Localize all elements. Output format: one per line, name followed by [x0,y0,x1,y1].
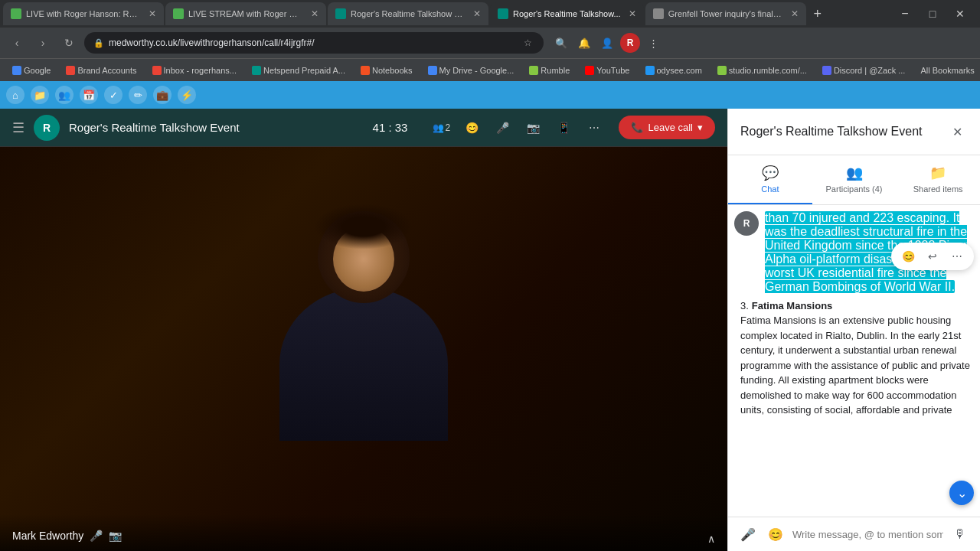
microphone-button[interactable]: 🎤 [490,116,514,140]
hamburger-menu-icon[interactable]: ☰ [12,119,24,136]
tab-1-favicon [11,8,21,19]
call-title: Roger's Realtime Talkshow Event [69,121,240,134]
notification-icon[interactable]: 🔔 [574,33,594,53]
browser-chrome: LIVE with Roger Hanson: Roge... ✕ LIVE S… [0,0,980,109]
tab-5-label: Grenfell Tower inquiry's final re... [668,9,783,18]
bookmark-drive[interactable]: My Drive - Google... [422,64,521,77]
address-bar[interactable]: 🔒 medworthy.co.uk/livewithrogerhanson/ca… [84,32,544,54]
video-feed: Mark Edworthy 🎤 📷 ∧ [0,147,727,551]
emoji-button[interactable]: 😊 [459,116,484,140]
calendar-icon[interactable]: 📅 [80,86,98,104]
tab-2-favicon [173,8,184,19]
call-avatar: R [34,115,60,141]
bookmark-studio-rumble[interactable]: studio.rumble.com/... [711,64,813,77]
search-icon[interactable]: 🔍 [551,33,571,53]
call-timer: 41 : 33 [373,121,408,134]
panel-header: Roger's Realtime Talkshow Event ✕ [728,109,980,155]
bookmark-rumble[interactable]: Rumble [523,64,576,77]
tab-3-close[interactable]: ✕ [473,8,481,19]
bookmark-all[interactable]: All Bookmarks [914,64,980,77]
avatar-icon[interactable]: R [620,33,640,53]
home-icon[interactable]: ⌂ [6,86,24,104]
tab-2[interactable]: LIVE STREAM with Roger Hans... ✕ [165,2,326,25]
video-cam-icon: 📷 [109,530,122,542]
tab-participants[interactable]: 👥 Participants (4) [812,155,897,204]
reload-button[interactable]: ↻ [58,32,80,54]
bookmark-google-label: Google [24,66,51,75]
emoji-input-icon[interactable]: 😊 [765,523,786,545]
address-icons: ☆ [521,36,534,50]
tab-1-close[interactable]: ✕ [149,8,156,19]
reply-button[interactable]: ↩ [922,246,943,267]
people-icon[interactable]: 👥 [55,86,74,104]
tab-1[interactable]: LIVE with Roger Hanson: Roge... ✕ [3,2,164,25]
star-icon[interactable]: ☆ [521,36,534,50]
video-name-bar: Mark Edworthy 🎤 📷 [0,514,727,551]
tab-5[interactable]: Grenfell Tower inquiry's final re... ✕ [645,2,806,25]
lightning-icon[interactable]: ⚡ [178,86,196,104]
emoji-reaction-button[interactable]: 😊 [897,246,919,267]
google-favicon [12,66,21,75]
video-mic-icon: 🎤 [90,530,103,542]
panel-title: Roger's Realtime Talkshow Event [740,125,923,139]
main-layout: ☰ R Roger's Realtime Talkshow Event 41 :… [0,109,980,551]
tab-5-close[interactable]: ✕ [791,8,799,19]
back-button[interactable]: ‹ [6,32,28,54]
tab-2-close[interactable]: ✕ [311,8,318,19]
leave-call-button[interactable]: 📞 Leave call ▾ [619,116,715,139]
bookmark-google[interactable]: Google [6,64,57,77]
tab-1-label: LIVE with Roger Hanson: Roge... [26,9,141,18]
message-input[interactable] [792,529,943,540]
minimize-button[interactable]: − [894,3,916,24]
tab-4[interactable]: Roger's Realtime Talkshow... ✕ [490,2,644,25]
leave-call-chevron: ▾ [697,122,703,133]
briefcase-icon[interactable]: 💼 [153,86,172,104]
bookmark-notebooks[interactable]: Notebooks [354,64,419,77]
panel-tabs: 💬 Chat 👥 Participants (4) 📁 Shared items [728,155,980,205]
window-controls: − □ ✕ [894,3,977,24]
tab-3-label: Roger's Realtime Talkshow Eve... [351,9,466,18]
message-more-button[interactable]: ⋯ [946,246,968,267]
camera-button[interactable]: 📷 [521,116,545,140]
folder-icon[interactable]: 📁 [31,86,49,104]
bookmark-youtube[interactable]: YouTube [579,64,635,77]
more-button[interactable]: ⋮ [643,33,663,53]
more-options-button[interactable]: ⋯ [582,116,606,140]
scroll-up-button[interactable]: ∧ [707,533,715,545]
check-icon[interactable]: ✓ [104,86,122,104]
chat-input-area: 🎤 😊 🎙 [728,517,980,551]
maximize-button[interactable]: □ [922,3,943,24]
attach-icon[interactable]: 🎤 [737,523,759,545]
bookmark-brand[interactable]: Brand Accounts [60,64,142,77]
tab-shared[interactable]: 📁 Shared items [896,155,980,204]
voice-message-icon[interactable]: 🎙 [949,523,971,545]
leave-call-icon: 📞 [631,122,643,133]
list-item-fatima: 3. Fatima Mansions Fatima Mansions is an… [734,300,974,418]
scroll-down-button[interactable]: ⌄ [949,481,974,505]
new-tab-button[interactable]: + [808,4,828,24]
brand-favicon [66,66,75,75]
window-close-button[interactable]: ✕ [949,3,971,24]
bookmark-inbox-label: Inbox - rogerhans... [164,66,237,75]
studio-rumble-favicon [717,66,727,75]
address-bar-row: ‹ › ↻ 🔒 medworthy.co.uk/livewithrogerhan… [0,28,980,58]
tab-3[interactable]: Roger's Realtime Talkshow Eve... ✕ [328,2,488,25]
forward-button[interactable]: › [32,32,54,54]
tab-4-close[interactable]: ✕ [629,8,636,19]
edit-icon[interactable]: ✏ [129,86,147,104]
present-button[interactable]: 📱 [551,116,576,140]
bookmark-odysee[interactable]: odysee.com [639,64,708,77]
discord-favicon [822,66,831,75]
bookmark-netspend[interactable]: Netspend Prepaid A... [246,64,351,77]
shared-tab-icon: 📁 [929,165,946,181]
leave-call-label: Leave call [648,122,693,133]
bookmark-discord[interactable]: Discord | @Zack ... [816,64,911,77]
panel-close-button[interactable]: ✕ [946,121,968,142]
rumble-favicon [529,66,538,75]
tab-5-favicon [653,8,664,19]
inbox-favicon [152,66,162,75]
participants-tab-icon: 👥 [846,165,863,181]
bookmark-inbox[interactable]: Inbox - rogerhans... [146,64,243,77]
tab-chat[interactable]: 💬 Chat [728,155,812,204]
profile-icon[interactable]: 👤 [597,33,617,53]
